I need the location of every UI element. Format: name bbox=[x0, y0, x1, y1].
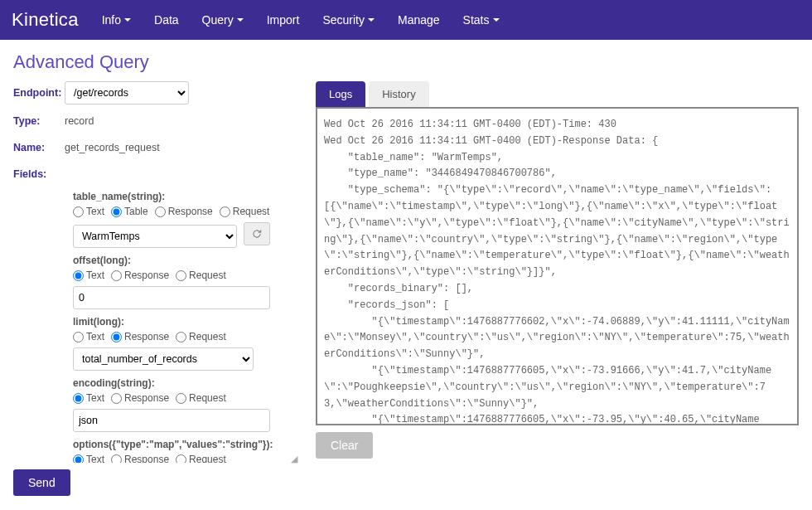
encoding-input[interactable] bbox=[73, 409, 270, 432]
name-value: get_records_request bbox=[65, 142, 160, 153]
name-label: Name: bbox=[13, 142, 65, 153]
nav-data[interactable]: Data bbox=[154, 13, 179, 27]
caret-icon bbox=[493, 18, 500, 22]
endpoint-label: Endpoint: bbox=[13, 87, 65, 99]
radio-request[interactable] bbox=[176, 454, 186, 464]
type-value: record bbox=[65, 115, 94, 127]
field-options: options({"type":"map","values":"string"}… bbox=[73, 439, 292, 463]
field-limit: limit(long): Text Response Request total… bbox=[73, 316, 292, 371]
radio-request[interactable] bbox=[220, 206, 230, 217]
caret-icon bbox=[237, 18, 244, 22]
radio-response[interactable] bbox=[155, 206, 166, 217]
log-output[interactable]: Wed Oct 26 2016 11:34:11 GMT-0400 (EDT)-… bbox=[316, 107, 799, 425]
fields-label: Fields: bbox=[13, 168, 65, 180]
limit-radios: Text Response Request bbox=[73, 331, 292, 342]
radio-response[interactable] bbox=[111, 270, 122, 281]
clear-button[interactable]: Clear bbox=[316, 432, 373, 459]
nav-stats[interactable]: Stats bbox=[463, 13, 500, 27]
offset-radios: Text Response Request bbox=[73, 270, 292, 281]
nav-import[interactable]: Import bbox=[267, 13, 300, 27]
tab-history[interactable]: History bbox=[369, 81, 428, 107]
options-radios: Text Response Request bbox=[73, 454, 292, 463]
endpoint-select[interactable]: /get/records bbox=[65, 81, 189, 104]
nav-security[interactable]: Security bbox=[322, 13, 375, 27]
radio-text[interactable] bbox=[73, 332, 84, 342]
refresh-icon bbox=[251, 228, 263, 240]
page-title: Advanced Query bbox=[0, 40, 812, 81]
radio-text[interactable] bbox=[73, 270, 84, 281]
query-form-panel: Endpoint: /get/records Type: record Name… bbox=[13, 81, 299, 463]
limit-select[interactable]: total_number_of_records bbox=[73, 347, 254, 371]
send-button[interactable]: Send bbox=[13, 469, 70, 496]
offset-input[interactable] bbox=[73, 286, 270, 309]
tabs: Logs History bbox=[316, 81, 799, 107]
radio-response[interactable] bbox=[111, 393, 122, 404]
radio-text[interactable] bbox=[73, 393, 84, 404]
table-name-radios: Text Table Response Request bbox=[73, 206, 292, 217]
radio-response[interactable] bbox=[111, 454, 122, 464]
brand-logo[interactable]: Kinetica bbox=[12, 9, 79, 31]
tab-logs[interactable]: Logs bbox=[316, 81, 365, 107]
table-name-select[interactable]: WarmTemps bbox=[73, 225, 237, 248]
radio-request[interactable] bbox=[176, 270, 186, 281]
top-navbar: Kinetica Info Data Query Import Security… bbox=[0, 0, 812, 40]
field-table-name: table_name(string): Text Table Response … bbox=[73, 191, 292, 248]
type-label: Type: bbox=[13, 115, 65, 127]
radio-table[interactable] bbox=[111, 206, 122, 217]
resize-grip-icon[interactable]: ◢ bbox=[291, 454, 297, 464]
refresh-button[interactable] bbox=[244, 222, 270, 245]
nav-info[interactable]: Info bbox=[102, 13, 131, 27]
field-offset: offset(long): Text Response Request bbox=[73, 255, 292, 309]
encoding-radios: Text Response Request bbox=[73, 392, 292, 404]
query-form-scroll[interactable]: Endpoint: /get/records Type: record Name… bbox=[13, 81, 299, 463]
nav-query[interactable]: Query bbox=[202, 13, 244, 27]
radio-request[interactable] bbox=[176, 393, 186, 404]
radio-request[interactable] bbox=[176, 332, 186, 342]
radio-text[interactable] bbox=[73, 454, 84, 464]
caret-icon bbox=[124, 18, 131, 22]
nav-manage[interactable]: Manage bbox=[398, 13, 440, 27]
field-encoding: encoding(string): Text Response Request bbox=[73, 377, 292, 432]
caret-icon bbox=[368, 18, 375, 22]
radio-response[interactable] bbox=[111, 332, 122, 342]
radio-text[interactable] bbox=[73, 206, 84, 217]
results-panel: Logs History Wed Oct 26 2016 11:34:11 GM… bbox=[299, 81, 799, 463]
